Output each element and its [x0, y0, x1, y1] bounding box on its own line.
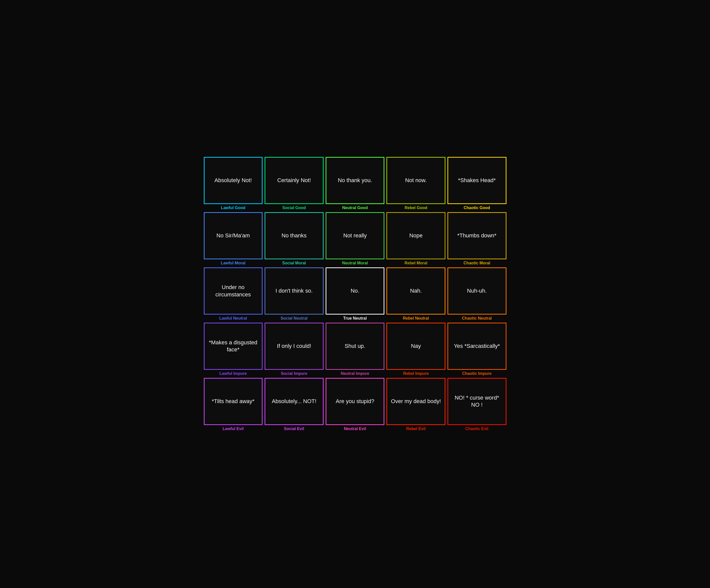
cell-r4-c3: Shut up.Neutral Impure [326, 323, 385, 376]
cell-r2-c3: Not reallyNeutral Moral [326, 212, 385, 265]
cell-r5-c2: Absolutely... NOT!Social Evil [265, 378, 324, 431]
label-r3-c3: True Neutral [343, 316, 367, 321]
box-r4-c4: Nay [386, 323, 445, 370]
cell-r3-c5: Nuh-uh.Chaotic Neutral [447, 267, 506, 321]
label-r2-c5: Chaotic Moral [464, 261, 490, 265]
label-r1-c5: Chaotic Good [464, 206, 490, 210]
cell-r3-c2: I don't think so.Social Neutral [265, 267, 324, 321]
label-r2-c1: Lawful Moral [221, 261, 245, 265]
box-text-r3-c5: Nuh-uh. [467, 287, 487, 295]
cell-r2-c4: NopeRebel Moral [386, 212, 445, 265]
box-text-r4-c3: Shut up. [345, 343, 365, 350]
cell-r3-c3: No.True Neutral [326, 267, 385, 321]
box-r2-c2: No thanks [265, 212, 324, 259]
box-r2-c3: Not really [326, 212, 385, 259]
cell-r5-c5: NO! * curse word* NO !Chaotic Evil [447, 378, 506, 431]
cell-r1-c3: No thank you.Neutral Good [326, 157, 385, 210]
cell-r4-c1: *Makes a disgusted face*Lawful Impure [204, 323, 263, 376]
box-text-r1-c3: No thank you. [338, 177, 372, 184]
label-r1-c3: Neutral Good [342, 206, 368, 210]
box-text-r2-c1: No Sir/Ma'am [216, 232, 250, 239]
cell-r2-c2: No thanksSocial Moral [265, 212, 324, 265]
cell-r2-c1: No Sir/Ma'amLawful Moral [204, 212, 263, 265]
cell-r3-c1: Under no circumstancesLawful Neutral [204, 267, 263, 321]
label-r1-c4: Rebel Good [405, 206, 427, 210]
cell-r4-c5: Yes *Sarcastically*Chaotic Impure [447, 323, 506, 376]
label-r2-c4: Rebel Moral [405, 261, 427, 265]
cell-r2-c5: *Thumbs down*Chaotic Moral [447, 212, 506, 265]
box-text-r1-c1: Absolutely Not! [214, 177, 252, 184]
box-text-r2-c4: Nope [409, 232, 423, 239]
box-r5-c3: Are you stupid? [326, 378, 385, 425]
label-r3-c1: Lawful Neutral [219, 316, 247, 321]
box-r5-c5: NO! * curse word* NO ! [447, 378, 506, 425]
label-r2-c2: Social Moral [282, 261, 306, 265]
cell-r1-c1: Absolutely Not!Lawful Good [204, 157, 263, 210]
label-r4-c5: Chaotic Impure [462, 371, 491, 376]
box-r2-c4: Nope [386, 212, 445, 259]
alignment-grid: Absolutely Not!Lawful GoodCertainly Not!… [204, 157, 506, 431]
label-r2-c3: Neutral Moral [342, 261, 368, 265]
cell-r4-c2: If only I could!Social Impure [265, 323, 324, 376]
box-text-r2-c2: No thanks [282, 232, 306, 239]
box-r3-c5: Nuh-uh. [447, 267, 506, 314]
label-r5-c2: Social Evil [284, 427, 304, 431]
box-text-r5-c3: Are you stupid? [336, 398, 374, 405]
box-r2-c1: No Sir/Ma'am [204, 212, 263, 259]
label-r4-c4: Rebel Impure [403, 371, 428, 376]
box-text-r3-c4: Nah. [410, 287, 422, 295]
box-text-r4-c4: Nay [411, 343, 421, 350]
box-r5-c1: *Tilts head away* [204, 378, 263, 425]
cell-r5-c1: *Tilts head away*Lawful Evil [204, 378, 263, 431]
box-text-r5-c1: *Tilts head away* [212, 398, 255, 405]
label-r3-c2: Social Neutral [281, 316, 308, 321]
cell-r1-c4: Not now.Rebel Good [386, 157, 445, 210]
label-r5-c3: Neutral Evil [344, 427, 366, 431]
label-r1-c1: Lawful Good [221, 206, 245, 210]
box-r3-c3: No. [326, 267, 385, 314]
box-text-r3-c3: No. [351, 287, 359, 295]
box-r1-c3: No thank you. [326, 157, 385, 204]
box-text-r5-c2: Absolutely... NOT! [271, 398, 316, 405]
box-text-r2-c3: Not really [343, 232, 367, 239]
label-r4-c3: Neutral Impure [341, 371, 369, 376]
label-r3-c5: Chaotic Neutral [462, 316, 492, 321]
box-text-r4-c5: Yes *Sarcastically* [454, 343, 500, 350]
box-r4-c3: Shut up. [326, 323, 385, 370]
box-text-r2-c5: *Thumbs down* [457, 232, 496, 239]
label-r4-c1: Lawful Impure [219, 371, 247, 376]
cell-r1-c5: *Shakes Head*Chaotic Good [447, 157, 506, 210]
box-r1-c2: Certainly Not! [265, 157, 324, 204]
label-r3-c4: Rebel Neutral [403, 316, 429, 321]
label-r5-c4: Rebel Evil [406, 427, 426, 431]
box-text-r4-c1: *Makes a disgusted face* [208, 339, 259, 353]
label-r4-c2: Social Impure [281, 371, 307, 376]
box-r1-c4: Not now. [386, 157, 445, 204]
label-r5-c5: Chaotic Evil [465, 427, 489, 431]
box-text-r1-c5: *Shakes Head* [458, 177, 496, 184]
box-r5-c2: Absolutely... NOT! [265, 378, 324, 425]
box-text-r5-c5: NO! * curse word* NO ! [451, 394, 503, 409]
box-text-r3-c2: I don't think so. [276, 287, 312, 295]
cell-r3-c4: Nah.Rebel Neutral [386, 267, 445, 321]
box-r4-c1: *Makes a disgusted face* [204, 323, 263, 370]
cell-r5-c3: Are you stupid?Neutral Evil [326, 378, 385, 431]
cell-r5-c4: Over my dead body!Rebel Evil [386, 378, 445, 431]
cell-r4-c4: NayRebel Impure [386, 323, 445, 376]
box-r3-c1: Under no circumstances [204, 267, 263, 314]
label-r1-c2: Social Good [282, 206, 306, 210]
box-text-r4-c2: If only I could! [277, 343, 311, 350]
box-r3-c4: Nah. [386, 267, 445, 314]
box-r1-c1: Absolutely Not! [204, 157, 263, 204]
box-text-r1-c2: Certainly Not! [277, 177, 311, 184]
box-r2-c5: *Thumbs down* [447, 212, 506, 259]
box-r5-c4: Over my dead body! [386, 378, 445, 425]
label-r5-c1: Lawful Evil [223, 427, 244, 431]
box-text-r3-c1: Under no circumstances [208, 284, 259, 298]
box-r3-c2: I don't think so. [265, 267, 324, 314]
box-r4-c5: Yes *Sarcastically* [447, 323, 506, 370]
box-r1-c5: *Shakes Head* [447, 157, 506, 204]
box-text-r1-c4: Not now. [405, 177, 427, 184]
box-r4-c2: If only I could! [265, 323, 324, 370]
box-text-r5-c4: Over my dead body! [391, 398, 441, 405]
